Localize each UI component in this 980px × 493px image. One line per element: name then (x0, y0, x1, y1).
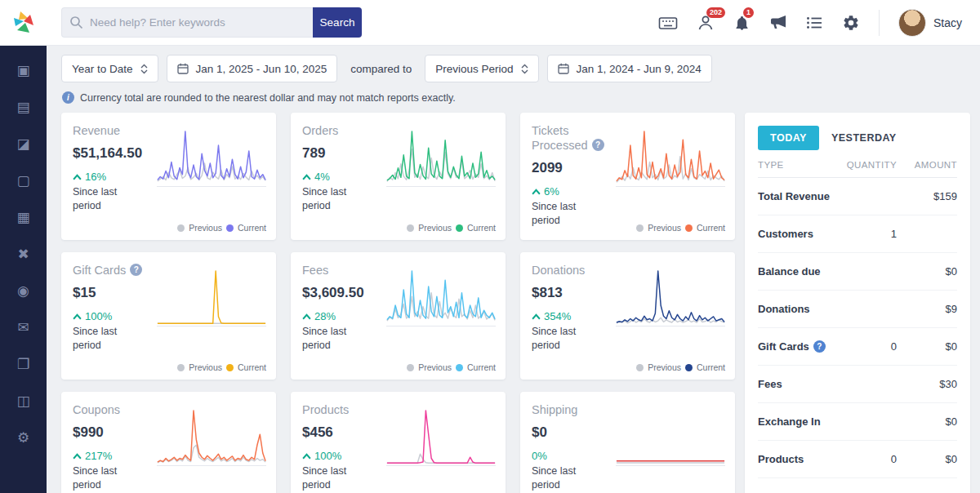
sparkline-coupons (157, 406, 266, 466)
pages-icon[interactable]: ❐ (0, 346, 47, 383)
top-header: Search 202 1 (0, 0, 980, 46)
summary-tabs: TODAY YESTERDAY (758, 113, 957, 150)
settings-icon[interactable]: ⚙ (0, 420, 47, 456)
header-divider (879, 10, 880, 36)
legend-current-dot (685, 364, 693, 371)
compare-date-input[interactable]: Jan 1, 2024 - Jun 9, 2024 (547, 55, 712, 82)
trend-up-icon (73, 453, 82, 460)
legend-previous-label: Previous (418, 362, 452, 372)
summary-table-header: TYPE QUANTITY AMOUNT (758, 150, 957, 178)
card-value: $51,164.50 (73, 145, 153, 162)
table-row: Donations? $9 (758, 291, 957, 328)
customers-icon[interactable]: ▦ (0, 199, 47, 236)
row-amount: $0 (897, 340, 957, 353)
dashboard-icon[interactable]: ▣ (0, 52, 47, 89)
info-icon: i (62, 91, 74, 104)
legend-current-dot (226, 364, 234, 371)
table-row: Balance due? $0 (758, 253, 957, 291)
range-preset-select[interactable]: Year to Date (61, 55, 158, 82)
documents-icon[interactable]: ▢ (0, 162, 47, 199)
legend-current-label: Current (238, 362, 266, 372)
settings-gear-icon[interactable] (842, 14, 860, 32)
metric-cards-grid: Revenue? $51,164.50 16% Since last perio… (61, 113, 735, 493)
trend-percent: 217% (85, 450, 112, 462)
trend-percent: 16% (85, 171, 106, 183)
search-icon (69, 16, 83, 29)
calendar-icon[interactable]: ▤ (0, 89, 47, 126)
card-title: Shipping (532, 403, 577, 416)
sparkline-fees (386, 266, 496, 326)
row-quantity: 0 (840, 340, 897, 353)
help-icon[interactable]: ? (592, 139, 604, 151)
legend-previous-label: Previous (648, 362, 681, 372)
donations-icon[interactable]: ◉ (0, 273, 47, 309)
trend-percent: 4% (314, 171, 330, 183)
legend-previous-dot (177, 364, 185, 371)
legend-current-dot (456, 364, 463, 371)
card-trend: 4% (302, 171, 382, 183)
announcements-icon[interactable] (769, 15, 787, 31)
trend-up-icon (532, 189, 541, 195)
metric-card-fees: Fees? $3,609.50 28% Since last period Pr… (291, 252, 506, 380)
row-type-label: Exchange In (758, 415, 821, 428)
daily-summary-panel: TODAY YESTERDAY TYPE QUANTITY AMOUNT Tot… (745, 113, 970, 493)
main-content: Year to Date Jan 1, 2025 - Jun 10, 2025 … (47, 46, 980, 493)
card-trend: 100% (302, 450, 382, 462)
chart-legend: Previous Current (636, 223, 725, 233)
app-logo[interactable] (0, 9, 47, 37)
table-row: Exchange In? $0 (758, 403, 957, 441)
column-type: TYPE (758, 160, 840, 170)
card-title: Orders (302, 124, 338, 137)
card-value: $3,609.50 (302, 285, 382, 301)
legend-previous-dot (177, 224, 185, 232)
card-trend: 6% (532, 185, 612, 198)
tab-today[interactable]: TODAY (758, 126, 819, 150)
card-subtext: Since last period (73, 185, 136, 213)
legend-current-dot (456, 224, 463, 232)
card-trend: 354% (532, 310, 612, 322)
search-button[interactable]: Search (313, 7, 362, 38)
trend-up-icon (302, 174, 311, 180)
range-dates-value: Jan 1, 2025 - Jun 10, 2025 (196, 63, 327, 75)
customers-icon[interactable]: 202 (697, 14, 715, 32)
calendar-icon (558, 63, 569, 74)
sparkline-orders (386, 127, 496, 187)
trend-percent: 354% (544, 310, 571, 322)
metric-card-gift-cards: Gift Cards? $15 100% Since last period P… (61, 252, 276, 380)
help-icon[interactable]: ? (130, 264, 142, 276)
card-value: $0 (532, 424, 612, 441)
range-preset-value: Year to Date (72, 63, 133, 75)
user-menu[interactable]: Stacy (898, 9, 962, 37)
sidebar-nav: ▣ ▤ ◪ ▢ ▦ ✖ ◉ ✉ ❐ ◫ ⚙ (0, 46, 47, 493)
tasks-icon[interactable] (806, 16, 823, 30)
card-subtext: Since last period (302, 325, 366, 353)
range-date-input[interactable]: Jan 1, 2025 - Jun 10, 2025 (167, 55, 338, 82)
trend-up-icon (302, 313, 311, 320)
chart-legend: Previous Current (177, 362, 266, 372)
notifications-icon[interactable]: 1 (733, 14, 751, 32)
metric-card-shipping: Shipping? $0 0% Since last period Previo… (520, 392, 735, 493)
help-icon[interactable]: ? (813, 340, 826, 353)
keyboard-icon[interactable] (658, 15, 678, 31)
logo-icon (10, 9, 38, 37)
trend-percent: 100% (85, 310, 112, 322)
row-amount: $0 (897, 265, 957, 278)
row-type-label: Gift Cards (758, 340, 809, 353)
messages-icon[interactable]: ✉ (0, 309, 47, 346)
compare-preset-select[interactable]: Previous Period (425, 55, 538, 82)
metric-card-coupons: Coupons? $990 217% Since last period Pre… (61, 392, 276, 493)
compared-to-label: compared to (350, 63, 412, 75)
card-subtext: Since last period (532, 200, 595, 228)
inventory-icon[interactable]: ◫ (0, 383, 47, 420)
trend-percent: 6% (544, 185, 559, 198)
legend-current-label: Current (238, 223, 266, 233)
tab-yesterday[interactable]: YESTERDAY (819, 126, 909, 150)
search-input[interactable] (61, 7, 313, 38)
reports-icon[interactable]: ◪ (0, 126, 47, 162)
metric-card-revenue: Revenue? $51,164.50 16% Since last perio… (61, 113, 276, 240)
compare-preset-value: Previous Period (435, 63, 513, 75)
tools-icon[interactable]: ✖ (0, 236, 47, 273)
legend-current-label: Current (697, 223, 725, 233)
legend-current-dot (226, 224, 234, 232)
card-trend: 0% (532, 450, 612, 462)
